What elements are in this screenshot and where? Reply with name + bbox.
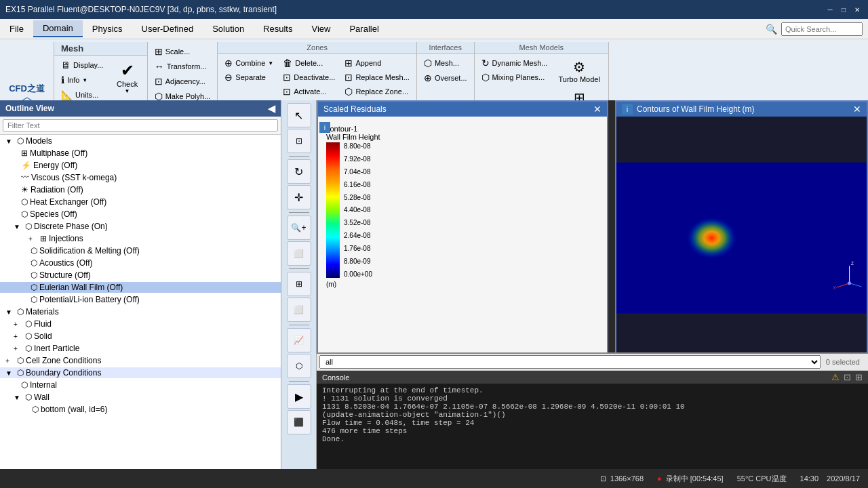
ruler-tool[interactable]: ⬜: [287, 241, 311, 266]
tree-item-eulerian-wall[interactable]: ⬡ Eulerian Wall Film (Off): [0, 281, 281, 293]
console-warn-icon[interactable]: ⚠: [831, 372, 840, 382]
combine-button[interactable]: ⊕ Combine ▼: [220, 56, 277, 70]
multiphase-icon: ⊞: [21, 148, 28, 158]
deactivate-button[interactable]: ⊡ Deactivate...: [279, 70, 339, 84]
tree-item-energy[interactable]: ⚡ Energy (Off): [0, 159, 281, 171]
tree-item-potential[interactable]: ⬡ Potential/Li-ion Battery (Off): [0, 293, 281, 306]
append-button[interactable]: ⊞ Append: [340, 56, 413, 70]
delete-button[interactable]: 🗑 Delete...: [279, 56, 339, 70]
mixing-planes-button[interactable]: ⬡ Mixing Planes...: [477, 70, 552, 84]
tree-item-multiphase[interactable]: ⊞ Multiphase (Off): [0, 147, 281, 159]
menu-parallel[interactable]: Parallel: [340, 21, 388, 37]
turbo-model-button[interactable]: ⚙ Turbo Model: [553, 56, 606, 86]
tree-item-fluid[interactable]: + ⬡ Fluid: [0, 318, 281, 330]
tree-item-boundary-conditions[interactable]: ▼ ⬡ Boundary Conditions: [0, 367, 281, 379]
tree-item-heat-exchanger[interactable]: ⬡ Heat Exchanger (Off): [0, 196, 281, 208]
activate-button[interactable]: ⊡ Activate...: [279, 85, 339, 98]
mesh-label: Mesh: [54, 42, 147, 56]
toolbar-divider-3: [289, 268, 309, 269]
tree-item-discrete-phase[interactable]: ▼ ⬡ Discrete Phase (On): [0, 220, 281, 232]
console-clear-icon[interactable]: ⊡: [844, 372, 851, 382]
contour-display: Z X: [616, 117, 867, 359]
adjacency-button[interactable]: ⊡ Adjacency...: [151, 75, 215, 88]
dynamic-mesh-button[interactable]: ↻ Dynamic Mesh...: [477, 56, 552, 70]
toolbar-divider-5: [289, 381, 309, 382]
resolution-section: ⊡ 1366×768: [600, 474, 644, 483]
tree-item-acoustics[interactable]: ⬡ Acoustics (Off): [0, 257, 281, 269]
tree-item-radiation[interactable]: ☀ Radiation (Off): [0, 184, 281, 196]
play-tool[interactable]: ▶: [287, 384, 311, 409]
status-bar: ⊡ 1366×768 ● 录制中 [00:54:45] 55°C CPU温度 1…: [0, 469, 868, 488]
console-line-1: ! 1131 solution is converged: [322, 394, 863, 403]
console-expand-icon[interactable]: ⊞: [855, 372, 863, 382]
separate-button[interactable]: ⊖ Separate: [220, 70, 277, 84]
units-button[interactable]: 📐 Units...: [57, 88, 107, 102]
window-controls: ─ □ ✕: [825, 4, 863, 15]
outline-panel: Outline View ◀ ▼ ⬡ Models ⊞ Multiphase (…: [0, 100, 281, 488]
console-line-0: Interrupting at the end of timestep.: [322, 386, 863, 394]
toolbar-divider-2: [289, 212, 309, 213]
tree-item-structure[interactable]: ⬡ Structure (Off): [0, 269, 281, 281]
overset-button[interactable]: ⊕ Overset...: [420, 71, 471, 85]
minimize-button[interactable]: ─: [825, 4, 835, 15]
transform-button[interactable]: ↔ Transform...: [151, 60, 215, 73]
contours-info-icon[interactable]: i: [622, 104, 633, 115]
info-button[interactable]: ℹ Info ▼: [57, 73, 107, 87]
tree-item-materials[interactable]: ▼ ⬡ Materials: [0, 306, 281, 318]
tree-item-models[interactable]: ▼ ⬡ Models: [0, 135, 281, 147]
replace-zone-button[interactable]: ⬡ Replace Zone...: [340, 85, 413, 98]
close-button[interactable]: ✕: [852, 4, 863, 15]
potential-icon: ⬡: [31, 295, 37, 304]
record-tool[interactable]: ⬛: [287, 410, 311, 434]
tree-item-injections[interactable]: + ⊞ Injections: [0, 232, 281, 245]
temperature-value: 55°C CPU温度: [737, 474, 787, 484]
filter-input[interactable]: [3, 119, 278, 131]
materials-icon: ⬡: [17, 307, 24, 317]
colorbar-title: contour-1Wall Film Height: [326, 125, 599, 141]
tree-item-bottom[interactable]: ⬡ bottom (wall, id=6): [0, 403, 281, 415]
residuals-close-button[interactable]: ✕: [593, 104, 601, 115]
scale-button[interactable]: ⊞ Scale...: [151, 45, 215, 58]
tree-item-wall[interactable]: ▼ ⬡ Wall: [0, 391, 281, 403]
menu-domain[interactable]: Domain: [33, 20, 83, 37]
tree-item-viscous[interactable]: 〰 Viscous (SST k-omega): [0, 171, 281, 184]
tree-item-solidification[interactable]: ⬡ Solidification & Melting (Off): [0, 245, 281, 257]
box-tool[interactable]: ⬜: [287, 298, 311, 322]
select-tool[interactable]: ↖: [287, 103, 311, 127]
menu-results[interactable]: Results: [254, 21, 302, 37]
tree-item-solid[interactable]: + ⬡ Solid: [0, 330, 281, 342]
fit-tool[interactable]: ⊞: [287, 272, 311, 296]
contours-close-button[interactable]: ✕: [853, 104, 861, 115]
scene-tool[interactable]: ⬡: [287, 354, 311, 378]
svg-point-7: [848, 281, 851, 285]
quick-search-input[interactable]: [781, 22, 863, 36]
menu-file[interactable]: File: [0, 21, 33, 37]
wall-icon: ⬡: [25, 392, 32, 402]
zoom-tool[interactable]: 🔍+: [287, 216, 311, 240]
energy-icon: ⚡: [21, 161, 31, 170]
check-button[interactable]: ✔ Check ▼: [110, 58, 144, 97]
replace-mesh-button[interactable]: ⊡ Replace Mesh...: [340, 70, 413, 84]
tree-item-inert-particle[interactable]: + ⬡ Inert Particle: [0, 342, 281, 354]
menu-view[interactable]: View: [302, 21, 340, 37]
zone-dropdown[interactable]: all: [319, 355, 821, 369]
tree-item-cell-zone[interactable]: + ⬡ Cell Zone Conditions: [0, 354, 281, 367]
console-title: Console: [322, 373, 349, 382]
rotate-tool[interactable]: ↻: [287, 159, 311, 184]
menu-solution[interactable]: Solution: [203, 21, 254, 37]
tree-item-internal[interactable]: ⬡ Internal: [0, 379, 281, 391]
mesh-interface-button[interactable]: ⬡ Mesh...: [420, 56, 471, 70]
zone-selector: all 0 selected: [317, 354, 868, 371]
display-button[interactable]: 🖥 Display...: [57, 58, 107, 72]
tree-item-species[interactable]: ⬡ Species (Off): [0, 208, 281, 220]
translate-tool[interactable]: ✛: [287, 185, 311, 209]
menu-physics[interactable]: Physics: [83, 21, 132, 37]
outline-close-icon[interactable]: ◀: [268, 103, 275, 114]
menu-user-defined[interactable]: User-Defined: [132, 21, 203, 37]
maximize-button[interactable]: □: [838, 4, 849, 15]
region-select-tool[interactable]: ⊡: [287, 129, 311, 153]
quick-search-icon: 🔍: [766, 24, 777, 35]
chart-tool[interactable]: 📈: [287, 328, 311, 352]
residuals-info-icon[interactable]: i: [319, 122, 330, 133]
selected-count: 0 selected: [826, 358, 860, 366]
